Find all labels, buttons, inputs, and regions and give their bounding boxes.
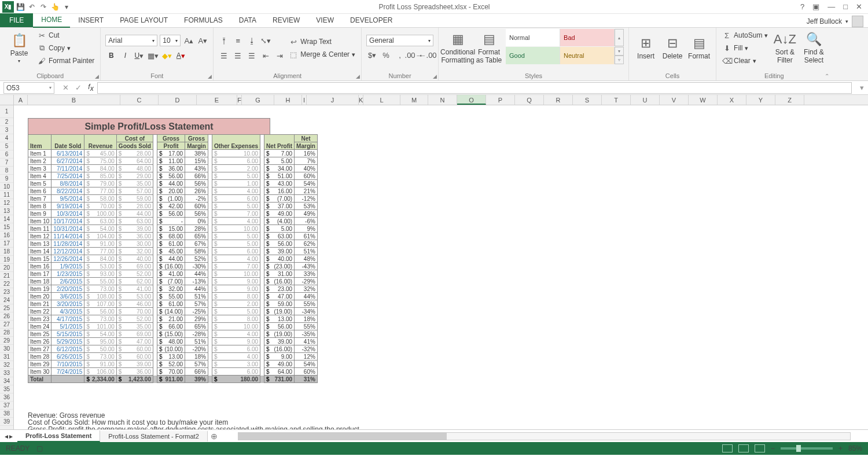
wrap-text-button[interactable]: ↩Wrap Text — [288, 36, 356, 47]
row-header[interactable]: 26 — [0, 312, 13, 321]
insert-cells-button[interactable]: ⊞Insert — [634, 29, 658, 67]
close-icon[interactable]: ✕ — [854, 2, 865, 11]
help-icon[interactable]: ? — [798, 2, 807, 11]
row-header[interactable]: 10 — [0, 183, 13, 191]
row-header[interactable]: 5 — [0, 142, 13, 150]
row-header[interactable]: 4 — [0, 134, 13, 142]
undo-icon[interactable]: ↶ — [27, 2, 37, 12]
style-good[interactable]: Good — [506, 47, 560, 64]
column-header-I[interactable]: I — [302, 95, 307, 105]
row-header[interactable]: 12 — [0, 199, 13, 207]
file-tab[interactable]: FILE — [0, 13, 33, 27]
column-header-Z[interactable]: Z — [775, 95, 804, 105]
fill-color-button[interactable]: ◆▾ — [161, 50, 172, 61]
name-box[interactable]: O53▾ — [3, 82, 54, 94]
column-header-U[interactable]: U — [631, 95, 660, 105]
add-sheet-button[interactable]: ⊕ — [208, 432, 220, 441]
conditional-formatting-button[interactable]: ▦Conditional Formatting — [443, 29, 472, 67]
align-middle-icon[interactable]: ≡ — [232, 35, 244, 46]
column-header-M[interactable]: M — [400, 95, 428, 105]
row-header[interactable]: 19 — [0, 256, 13, 264]
row-header[interactable]: 31 — [0, 353, 13, 361]
dialog-launcher-icon[interactable]: ◢ — [208, 73, 212, 79]
page-layout-view-icon[interactable] — [738, 444, 749, 452]
insert-tab[interactable]: INSERT — [70, 13, 112, 27]
italic-button[interactable]: I — [119, 50, 131, 61]
formulas-tab[interactable]: FORMULAS — [176, 13, 231, 27]
row-header[interactable]: 29 — [0, 337, 13, 345]
font-color-button[interactable]: A▾ — [175, 50, 186, 61]
sheet-nav-last-icon[interactable]: ▸ — [9, 432, 13, 440]
increase-decimal-icon[interactable]: .00→ — [408, 49, 420, 61]
format-cells-button[interactable]: ▤Format — [687, 29, 711, 67]
row-header[interactable]: 15 — [0, 223, 13, 231]
sort-filter-button[interactable]: A↓ZSort & Filter — [771, 29, 798, 67]
dialog-launcher-icon[interactable]: ◢ — [95, 73, 99, 79]
align-top-icon[interactable]: ⭱ — [218, 35, 230, 46]
worksheet-grid[interactable]: 1234567891011121314151617181920212223242… — [0, 105, 868, 429]
comma-icon[interactable]: , — [394, 49, 406, 61]
column-header-Y[interactable]: Y — [746, 95, 775, 105]
column-header-B[interactable]: B — [28, 95, 120, 105]
pagelayout-tab[interactable]: PAGE LAYOUT — [112, 13, 176, 27]
row-header[interactable]: 27 — [0, 321, 13, 329]
dialog-launcher-icon[interactable]: ◢ — [433, 73, 437, 79]
autosum-button[interactable]: ΣAutoSum ▾ — [721, 30, 769, 41]
column-header-R[interactable]: R — [544, 95, 573, 105]
style-normal[interactable]: Normal — [506, 29, 560, 46]
delete-cells-button[interactable]: ⊟Delete — [660, 29, 685, 67]
currency-icon[interactable]: $▾ — [366, 49, 378, 61]
touch-mode-icon[interactable]: 👆 — [50, 2, 60, 12]
page-break-view-icon[interactable] — [755, 444, 765, 452]
collapse-ribbon-icon[interactable]: ⌃ — [825, 73, 829, 79]
formula-input[interactable] — [97, 82, 852, 94]
orientation-icon[interactable]: ⤡▾ — [260, 35, 271, 46]
qat-dropdown-icon[interactable]: ▾ — [61, 2, 72, 12]
data-tab[interactable]: DATA — [231, 13, 264, 27]
increase-font-icon[interactable]: A▴ — [183, 35, 194, 46]
row-header[interactable]: 35 — [0, 385, 13, 393]
maximize-icon[interactable]: □ — [841, 2, 850, 11]
find-select-button[interactable]: 🔍Find & Select — [800, 29, 827, 67]
decrease-font-icon[interactable]: A▾ — [197, 35, 208, 46]
border-button[interactable]: ▦▾ — [147, 50, 159, 61]
user-area[interactable]: Jeff Bullock ▾ — [802, 16, 868, 27]
home-tab[interactable]: HOME — [33, 13, 70, 28]
normal-view-icon[interactable] — [722, 444, 733, 452]
column-header-X[interactable]: X — [718, 95, 746, 105]
column-header-O[interactable]: O — [457, 95, 486, 105]
column-header-D[interactable]: D — [159, 95, 197, 105]
column-header-N[interactable]: N — [428, 95, 457, 105]
column-header-J[interactable]: J — [307, 95, 359, 105]
column-header-H[interactable]: H — [274, 95, 302, 105]
zoom-slider[interactable] — [781, 447, 833, 450]
row-header[interactable]: 1 — [0, 105, 13, 118]
row-header[interactable]: 21 — [0, 272, 13, 280]
row-header[interactable]: 14 — [0, 215, 13, 223]
row-header[interactable]: 22 — [0, 280, 13, 288]
column-header-C[interactable]: C — [120, 95, 159, 105]
sheet-tab-2[interactable]: Profit-Loss Statement - Format2 — [100, 431, 208, 441]
column-header-V[interactable]: V — [660, 95, 689, 105]
redo-icon[interactable]: ↷ — [38, 2, 49, 12]
cancel-formula-icon[interactable]: ✕ — [59, 82, 72, 94]
row-header[interactable]: 24 — [0, 296, 13, 304]
macro-record-icon[interactable]: ▢ — [36, 444, 43, 452]
decrease-decimal-icon[interactable]: ←.00 — [422, 49, 433, 61]
align-center-icon[interactable]: ☰ — [232, 50, 244, 61]
styles-down-icon[interactable]: ▾ — [615, 47, 624, 56]
column-header-F[interactable]: F — [237, 95, 242, 105]
percent-icon[interactable]: % — [380, 49, 392, 61]
row-header[interactable]: 17 — [0, 240, 13, 248]
decrease-indent-icon[interactable]: ⇤ — [260, 50, 271, 61]
cut-button[interactable]: ✂Cut — [36, 30, 95, 41]
row-header[interactable]: 3 — [0, 126, 13, 134]
row-header[interactable]: 2 — [0, 118, 13, 126]
paste-button[interactable]: 📋Paste▾ — [5, 29, 34, 67]
column-header-L[interactable]: L — [363, 95, 400, 105]
increase-indent-icon[interactable]: ⇥ — [274, 50, 285, 61]
row-header[interactable]: 6 — [0, 150, 13, 159]
align-bottom-icon[interactable]: ⭳ — [246, 35, 258, 46]
column-header-S[interactable]: S — [573, 95, 602, 105]
row-header[interactable]: 20 — [0, 264, 13, 272]
